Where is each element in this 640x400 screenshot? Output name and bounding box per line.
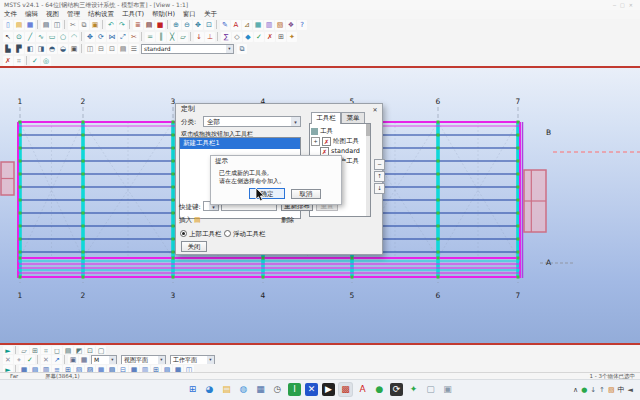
cancel-mark-icon[interactable]: ✗ (3, 56, 13, 66)
plate-icon[interactable]: ▱ (178, 32, 188, 42)
help-icon[interactable]: ? (297, 20, 307, 30)
cut-icon[interactable]: ✂ (68, 20, 78, 30)
view-right-icon[interactable]: ◨ (36, 44, 46, 54)
radio-icon[interactable] (224, 230, 231, 237)
remove-minibutton[interactable]: − (374, 159, 385, 170)
layer-props-icon[interactable]: ▤ (144, 20, 154, 30)
folder-icon[interactable]: ▤ (194, 216, 201, 224)
column-icon[interactable]: ║ (156, 32, 166, 42)
print-preview-icon[interactable]: ◫ (52, 20, 62, 30)
line-icon[interactable]: ╱ (25, 32, 35, 42)
window-app-icon[interactable]: ▢ (424, 383, 437, 396)
pan-icon[interactable]: ✥ (193, 20, 203, 30)
radio-float-toolbar[interactable]: 浮动工具栏 (224, 230, 266, 239)
move-down-minibutton[interactable]: ↓ (374, 183, 385, 194)
view-bottom-icon[interactable]: ◒ (58, 44, 68, 54)
window-app2-icon[interactable]: ▣ (441, 383, 454, 396)
category-combo[interactable]: 全部▾ (203, 116, 301, 127)
edge-icon[interactable]: ◕ (203, 383, 216, 396)
grid-icon[interactable]: ▦ (253, 20, 263, 30)
load-icon[interactable]: ↓ (194, 32, 204, 42)
circle-icon[interactable]: ○ (58, 32, 68, 42)
color-icon[interactable]: ■ (155, 20, 165, 30)
tray-green-icon[interactable]: ● (581, 386, 590, 394)
browser-icon[interactable]: ◍ (237, 383, 250, 396)
view-top-icon[interactable]: ◓ (47, 44, 57, 54)
open-icon[interactable]: ▤ (14, 20, 24, 30)
layer-edit-icon[interactable]: ▛ (14, 44, 24, 54)
settings-icon[interactable]: ❖ (286, 20, 296, 30)
node-icon[interactable]: ⊙ (14, 32, 24, 42)
save-icon[interactable]: ▦ (25, 20, 35, 30)
rect-icon[interactable]: ▭ (47, 32, 57, 42)
circle-select-icon[interactable]: ◎ (41, 56, 51, 66)
layers-icon[interactable]: ≣ (133, 20, 143, 30)
support-icon[interactable]: ⊥ (205, 32, 215, 42)
expand-icon[interactable]: + (311, 137, 320, 146)
clock-app-icon[interactable]: ◷ (271, 383, 284, 396)
selected-list-item[interactable]: 新建工具栏1 (180, 138, 300, 149)
beam-icon[interactable]: ═ (145, 32, 155, 42)
delete-icon[interactable]: ✗ (265, 32, 275, 42)
menu-structure-settings[interactable]: 结构设置 (84, 10, 118, 19)
green-dot-app-icon[interactable]: ● (373, 383, 386, 396)
check-icon[interactable]: ✓ (254, 32, 264, 42)
volume-icon[interactable]: ◄ (628, 386, 636, 394)
move-up-minibutton[interactable]: ↑ (374, 171, 385, 182)
array-icon[interactable]: ⊞ (276, 32, 286, 42)
hide-icon[interactable]: ⊟ (96, 44, 106, 54)
copy-icon[interactable]: ⧉ (79, 20, 89, 30)
image-icon[interactable]: ▧ (275, 20, 285, 30)
list-icon[interactable]: ▤ (118, 44, 128, 54)
style-manager-icon[interactable]: ⧉ (237, 44, 247, 54)
zoom-in-icon[interactable]: ⊕ (171, 20, 181, 30)
zoom-out-icon[interactable]: ⊖ (182, 20, 192, 30)
select-icon[interactable]: ↖ (3, 32, 13, 42)
menu-manage[interactable]: 管理 (63, 10, 84, 19)
menu-view[interactable]: 视图 (42, 10, 63, 19)
trim-icon[interactable]: ✂ (129, 32, 139, 42)
move-icon[interactable]: ✥ (85, 32, 95, 42)
section-icon[interactable]: ◫ (85, 44, 95, 54)
tree-item[interactable]: 工具 (311, 126, 369, 136)
layer-view-icon[interactable]: ▙ (3, 44, 13, 54)
solid-icon[interactable]: ▣ (69, 44, 79, 54)
start-icon[interactable]: ⊞ (186, 383, 199, 396)
file-explorer-icon[interactable]: ▤ (220, 383, 233, 396)
view-left-icon[interactable]: ◧ (25, 44, 35, 54)
text-icon[interactable]: A (231, 20, 241, 30)
radio-selected-icon[interactable] (180, 230, 187, 237)
menu-edit[interactable]: 编辑 (21, 10, 42, 19)
menu-help[interactable]: 帮助(H) (148, 10, 179, 19)
window-controls[interactable]: ─□✕ (613, 0, 637, 10)
blue-x-app-icon[interactable]: ✕ (305, 383, 318, 396)
media-app-icon[interactable]: ▶ (322, 383, 335, 396)
mirror-icon[interactable]: ⋈ (107, 32, 117, 42)
edit-icon[interactable]: ✎ (220, 20, 230, 30)
tree-scrollbar[interactable] (366, 124, 370, 216)
tray-chevron-icon[interactable]: ∧ (573, 386, 581, 394)
show-icon[interactable]: ⊡ (107, 44, 117, 54)
view-3d-icon[interactable]: ◇ (232, 32, 242, 42)
confirm-icon[interactable]: ✓ (30, 56, 40, 66)
measure-icon[interactable]: ⊿ (242, 20, 252, 30)
ime-indicator[interactable]: 中 (618, 386, 628, 394)
polyline-icon[interactable]: ∿ (36, 32, 46, 42)
rotate-icon[interactable]: ⟳ (96, 32, 106, 42)
print-icon[interactable]: ▤ (41, 20, 51, 30)
tray-app-icon[interactable]: ▧ (608, 386, 618, 394)
style-combo[interactable]: standard▾ (141, 44, 234, 54)
menu-file[interactable]: 文件 (0, 10, 21, 19)
menu-about[interactable]: 关于 (200, 10, 221, 19)
calculator-icon[interactable]: ▦ (254, 383, 267, 396)
scale-icon[interactable]: ⤢ (118, 32, 128, 42)
new-icon[interactable]: ▯ (3, 20, 13, 30)
calculate-icon[interactable]: ∑ (221, 32, 231, 42)
tray-upload-icon[interactable]: ↑ (599, 386, 608, 394)
arc-icon[interactable]: ◠ (69, 32, 79, 42)
tab-toolbars[interactable]: 工具栏 (311, 112, 341, 124)
tree-item[interactable]: + ✗ 绘图工具 (311, 136, 369, 146)
reference-icon[interactable]: ⌗ (14, 56, 24, 66)
menu-icon[interactable]: ☰ (129, 44, 139, 54)
render-icon[interactable]: ◆ (243, 32, 253, 42)
